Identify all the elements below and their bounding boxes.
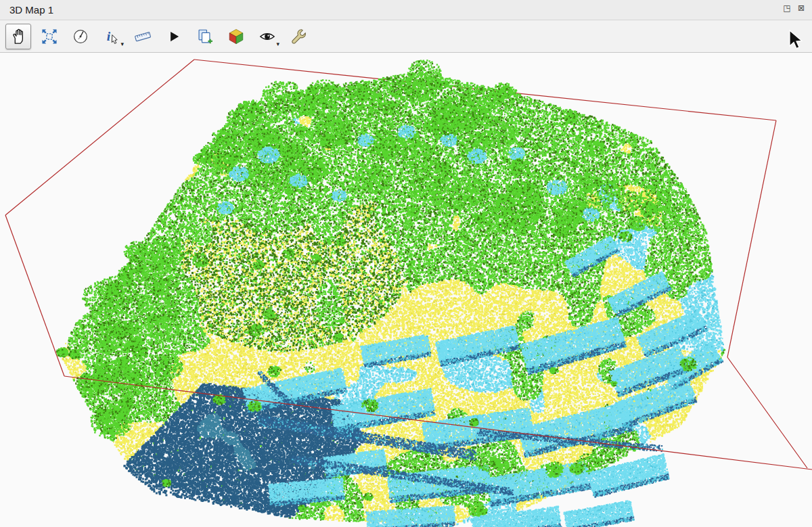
animations-button[interactable]: [161, 24, 187, 49]
point-cloud-canvas[interactable]: [0, 53, 812, 527]
hand-icon: [9, 28, 27, 45]
eye-icon: [258, 28, 276, 45]
export-3d-scene-button[interactable]: [223, 24, 249, 49]
titlebar[interactable]: 3D Map 1 ◳ ⊠: [0, 0, 812, 20]
viewport-3d[interactable]: [0, 53, 812, 527]
identify-button[interactable]: i▾: [99, 24, 125, 49]
play-icon: [166, 28, 182, 45]
options-button[interactable]: [286, 24, 311, 49]
compass-icon: [72, 28, 89, 45]
window-controls: ◳ ⊠: [782, 3, 807, 18]
toolbar: i▾▾: [0, 20, 812, 53]
camera-pan-button[interactable]: [5, 24, 31, 49]
ruler-icon: [133, 28, 152, 45]
3d-map-panel: 3D Map 1 ◳ ⊠ i▾▾: [0, 0, 812, 527]
effects-button[interactable]: ▾: [254, 24, 280, 49]
measure-line-button[interactable]: [130, 24, 156, 49]
wrench-icon: [290, 28, 307, 45]
cube-3d-icon: [227, 28, 245, 45]
panel-title: 3D Map 1: [9, 4, 53, 16]
dropdown-arrow-icon[interactable]: ▾: [276, 41, 279, 47]
save-as-image-button[interactable]: [192, 24, 218, 49]
svg-text:i: i: [107, 28, 111, 43]
zoom-full-button[interactable]: [37, 24, 62, 49]
dropdown-arrow-icon[interactable]: ▾: [120, 41, 124, 47]
export-image-icon: [196, 28, 214, 45]
zoom-full-icon: [41, 28, 58, 45]
detach-icon: ◳: [783, 3, 790, 13]
camera-rotate-button[interactable]: [68, 24, 93, 49]
close-button[interactable]: ⊠: [796, 3, 807, 14]
identify-icon: i: [103, 28, 120, 45]
close-icon: ⊠: [798, 3, 805, 13]
detach-button[interactable]: ◳: [782, 3, 792, 14]
